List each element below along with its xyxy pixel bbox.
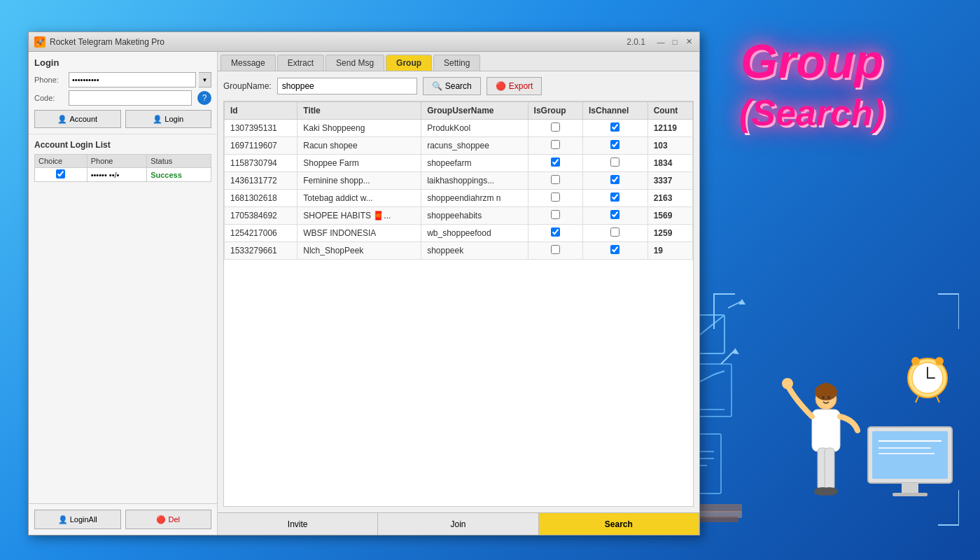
col-isgroup: IsGroup [528, 102, 582, 120]
tab-setting[interactable]: Setting [433, 55, 480, 71]
right-panel: Message Extract Send Msg Group Setting G… [218, 52, 699, 535]
version-text: 2.0.1 [626, 37, 645, 47]
ischannel-checkbox[interactable] [610, 192, 620, 202]
login-button[interactable]: 👤 Login [125, 110, 212, 128]
ischannel-checkbox[interactable] [610, 175, 620, 184]
phone-input[interactable] [69, 72, 196, 88]
cell-count: 12119 [648, 120, 692, 137]
isgroup-checkbox[interactable] [551, 210, 560, 219]
loginall-button[interactable]: 👤 LoginAll [34, 510, 121, 529]
col-choice: Choice [35, 155, 88, 168]
cell-isgroup [528, 207, 582, 225]
cell-count: 103 [648, 137, 692, 155]
cell-count: 19 [648, 242, 692, 260]
isgroup-checkbox[interactable] [551, 158, 560, 167]
cell-username[interactable]: racuns_shoppee [421, 137, 528, 155]
data-table-container: Id Title GroupUserName IsGroup IsChannel… [223, 101, 694, 507]
cell-isgroup [528, 242, 582, 260]
cell-username[interactable]: laikhashoppings... [421, 172, 528, 190]
cell-id: 1681302618 [225, 190, 298, 207]
table-row[interactable]: 1254217006 WBSF INDONESIA wb_shoppeefood… [225, 225, 693, 242]
isgroup-checkbox[interactable] [551, 192, 560, 202]
cell-username[interactable]: shopeefarm [421, 155, 528, 172]
cell-id: 1307395131 [225, 120, 298, 137]
main-window: 🚀 Rocket Telegram Maketing Pro 2.0.1 — □… [28, 31, 700, 536]
isgroup-checkbox[interactable] [551, 122, 560, 132]
cell-id: 1158730794 [225, 155, 298, 172]
isgroup-checkbox[interactable] [551, 175, 560, 184]
bottom-bar: Invite Join Search [218, 512, 699, 535]
tab-group[interactable]: Group [386, 55, 432, 71]
code-label: Code: [34, 94, 66, 102]
cell-count: 1834 [648, 155, 692, 172]
tab-message[interactable]: Message [220, 55, 276, 71]
table-row[interactable]: 1697119607 Racun shopee racuns_shoppee 1… [225, 137, 693, 155]
cell-username[interactable]: shoppeek [421, 242, 528, 260]
cell-count: 2163 [648, 190, 692, 207]
table-row[interactable]: •••••• ••/• Success [35, 168, 211, 182]
ischannel-checkbox[interactable] [610, 158, 620, 167]
code-input[interactable] [69, 90, 192, 106]
cell-ischannel [583, 155, 648, 172]
del-icon: 🔴 [156, 515, 166, 524]
maximize-button[interactable]: □ [670, 37, 680, 47]
tab-sendmsg[interactable]: Send Msg [326, 55, 384, 71]
bottom-tab-invite[interactable]: Invite [218, 513, 378, 535]
cell-username[interactable]: wb_shoppeefood [421, 225, 528, 242]
ischannel-checkbox[interactable] [610, 227, 620, 237]
table-row[interactable]: 1436131772 Feminine shopp... laikhashopp… [225, 172, 693, 190]
ischannel-checkbox[interactable] [610, 210, 620, 219]
table-row[interactable]: 1158730794 Shoppee Farm shopeefarm 1834 [225, 155, 693, 172]
bottom-tab-search[interactable]: Search [539, 513, 699, 535]
minimize-button[interactable]: — [656, 37, 666, 47]
account-button[interactable]: 👤 Account [34, 110, 121, 128]
export-icon: 🔴 [496, 81, 506, 91]
groupname-input[interactable] [277, 78, 417, 94]
cell-ischannel [583, 207, 648, 225]
row-status: Success [147, 168, 211, 182]
cell-ischannel [583, 120, 648, 137]
isgroup-checkbox[interactable] [551, 245, 560, 254]
table-row[interactable]: 1533279661 Nlch_ShopPeek shoppeek 19 [225, 242, 693, 260]
cell-isgroup [528, 120, 582, 137]
left-panel: Login Phone: ▼ Code: ? 👤 Account [29, 52, 218, 535]
title-bar: 🚀 Rocket Telegram Maketing Pro 2.0.1 — □… [29, 32, 699, 52]
search-button[interactable]: 🔍 Search [423, 77, 481, 95]
tabs-bar: Message Extract Send Msg Group Setting [218, 52, 699, 71]
cell-count: 1259 [648, 225, 692, 242]
cell-id: 1533279661 [225, 242, 298, 260]
cell-title: Racun shopee [298, 137, 421, 155]
isgroup-checkbox[interactable] [551, 140, 560, 149]
help-button[interactable]: ? [197, 91, 211, 105]
table-row[interactable]: 1681302618 Totebag addict w... shoppeend… [225, 190, 693, 207]
cell-title: Feminine shopp... [298, 172, 421, 190]
isgroup-checkbox[interactable] [551, 227, 560, 237]
cell-username[interactable]: ProdukKool [421, 120, 528, 137]
ischannel-checkbox[interactable] [610, 140, 620, 149]
cell-isgroup [528, 190, 582, 207]
cell-isgroup [528, 137, 582, 155]
cell-title: Kaki Shoppeeng [298, 120, 421, 137]
export-button[interactable]: 🔴 Export [486, 77, 542, 95]
cell-username[interactable]: shoppeendiahrzm n [421, 190, 528, 207]
cell-username[interactable]: shoppeehabits [421, 207, 528, 225]
del-button[interactable]: 🔴 Del [125, 510, 212, 529]
app-icon: 🚀 [34, 36, 46, 48]
cell-ischannel [583, 190, 648, 207]
ischannel-checkbox[interactable] [610, 245, 620, 254]
tab-extract[interactable]: Extract [277, 55, 324, 71]
cell-title: Shoppee Farm [298, 155, 421, 172]
close-button[interactable]: ✕ [684, 37, 694, 47]
search-bar: GroupName: 🔍 Search 🔴 Export [223, 77, 694, 95]
row-phone: •••••• ••/• [87, 168, 146, 182]
col-title: Title [298, 102, 421, 120]
table-row[interactable]: 1705384692 SHOPEE HABITS 🧧... shoppeehab… [225, 207, 693, 225]
login-icon: 👤 [153, 115, 162, 124]
cell-count: 3337 [648, 172, 692, 190]
row-checkbox[interactable] [56, 169, 65, 178]
phone-dropdown[interactable]: ▼ [199, 72, 211, 88]
table-row[interactable]: 1307395131 Kaki Shoppeeng ProdukKool 121… [225, 120, 693, 137]
cell-ischannel [583, 172, 648, 190]
bottom-tab-join[interactable]: Join [378, 513, 538, 535]
ischannel-checkbox[interactable] [610, 122, 620, 132]
